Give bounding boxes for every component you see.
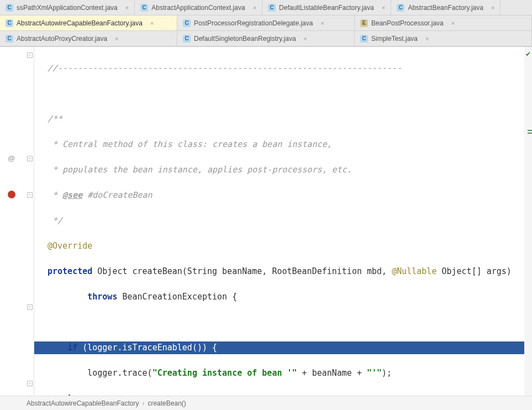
code-text: throws: [87, 292, 117, 302]
editor: − @ − − − − //--------------------------…: [0, 47, 532, 396]
checkmark-icon: ✔: [525, 50, 531, 58]
tab-defaultlistable[interactable]: C DefaultListableBeanFactory.java ×: [262, 0, 391, 15]
code-text: if: [67, 343, 77, 353]
tab-label: BeanPostProcessor.java: [371, 19, 444, 27]
class-icon: C: [6, 19, 13, 27]
close-icon[interactable]: ×: [382, 4, 385, 11]
tab-label: AbstractAutowireCapableBeanFactory.java: [17, 19, 143, 27]
code-text: "'": [367, 368, 382, 378]
class-icon: C: [268, 4, 276, 12]
code-text: @Override: [48, 241, 92, 251]
code-text: Object createBean(String beanName, RootB…: [92, 266, 392, 276]
code-text: );: [382, 368, 392, 378]
fold-icon[interactable]: −: [27, 304, 33, 310]
code-area[interactable]: //--------------------------------------…: [34, 47, 532, 396]
code-text: Object[] args): [436, 266, 511, 276]
tab-row-3: C AbstractAutoProxyCreator.java × C Defa…: [0, 31, 532, 46]
code-text: //--------------------------------------…: [48, 63, 402, 73]
tab-autowirecapable[interactable]: C AbstractAutowireCapableBeanFactory.jav…: [0, 15, 177, 30]
code-text: @see: [62, 190, 82, 200]
class-icon: C: [183, 19, 191, 27]
current-exec-line: if (logger.isTraceEnabled()) {: [34, 341, 532, 354]
class-icon: C: [360, 35, 368, 43]
tab-postprocessor[interactable]: C PostProcessorRegistrationDelegate.java…: [177, 15, 355, 30]
class-icon: C: [6, 35, 13, 43]
code-text: (logger.isTraceEnabled()) {: [77, 343, 217, 353]
breadcrumb-class[interactable]: AbstractAutowireCapableBeanFactory: [27, 400, 139, 407]
editor-tabs: C ssPathXmlApplicationContext.java × C A…: [0, 0, 532, 47]
tab-abstractbeanfactory[interactable]: C AbstractBeanFactory.java ×: [391, 0, 501, 15]
tab-simpletest[interactable]: C SimpleTest.java ×: [355, 31, 532, 46]
tab-abstractappctx[interactable]: C AbstractApplicationContext.java ×: [135, 0, 262, 15]
chevron-right-icon: ›: [142, 400, 144, 407]
code-text: BeanCreationException {: [117, 292, 237, 302]
fold-icon[interactable]: −: [27, 52, 33, 58]
close-icon[interactable]: ×: [451, 20, 455, 27]
close-icon[interactable]: ×: [115, 35, 118, 42]
code-text: protected: [48, 266, 92, 276]
tab-label: DefaultSingletonBeanRegistry.java: [194, 35, 296, 43]
tab-label: ssPathXmlApplicationContext.java: [17, 4, 118, 12]
tab-label: SimpleTest.java: [371, 35, 418, 43]
close-icon[interactable]: ×: [304, 35, 307, 42]
breadcrumb-method[interactable]: createBean(): [148, 400, 186, 407]
code-text: @Nullable: [392, 266, 436, 276]
tab-label: AbstractAutoProxyCreator.java: [17, 35, 107, 43]
tab-sspath[interactable]: C ssPathXmlApplicationContext.java ×: [0, 0, 135, 15]
tab-label: DefaultListableBeanFactory.java: [279, 4, 374, 12]
close-icon[interactable]: ×: [150, 20, 154, 27]
code-text: "Creating instance of bean '": [152, 368, 297, 378]
tab-label: AbstractApplicationContext.java: [151, 4, 245, 12]
error-stripe[interactable]: ✔: [524, 47, 532, 396]
breakpoint-icon[interactable]: [8, 191, 15, 198]
code-text: logger.trace(: [87, 368, 152, 378]
class-icon: C: [6, 4, 13, 12]
close-icon[interactable]: ×: [253, 4, 256, 11]
tab-singleton[interactable]: C DefaultSingletonBeanRegistry.java ×: [177, 31, 355, 46]
fold-icon[interactable]: −: [27, 381, 33, 386]
code-text: *: [48, 190, 62, 200]
fold-icon[interactable]: −: [27, 156, 33, 161]
stripe-mark[interactable]: [528, 133, 532, 134]
tab-label: AbstractBeanFactory.java: [408, 4, 483, 12]
tab-autoproxy[interactable]: C AbstractAutoProxyCreator.java ×: [0, 31, 177, 46]
tab-beanpostprocessor[interactable]: E BeanPostProcessor.java ×: [355, 15, 532, 30]
tab-row-2: C AbstractAutowireCapableBeanFactory.jav…: [0, 15, 532, 31]
breadcrumb[interactable]: AbstractAutowireCapableBeanFactory › cre…: [0, 396, 532, 410]
code-text: */: [48, 215, 62, 225]
stripe-mark[interactable]: [528, 130, 532, 131]
code-text: /**: [48, 114, 62, 124]
close-icon[interactable]: ×: [425, 35, 429, 42]
tab-row-1: C ssPathXmlApplicationContext.java × C A…: [0, 0, 532, 15]
close-icon[interactable]: ×: [125, 4, 129, 11]
close-icon[interactable]: ×: [491, 4, 494, 11]
interface-icon: E: [360, 19, 368, 27]
class-icon: C: [397, 4, 404, 12]
class-icon: C: [140, 4, 148, 12]
class-icon: C: [183, 35, 191, 43]
code-text: + beanName +: [297, 368, 367, 378]
close-icon[interactable]: ×: [320, 20, 324, 27]
gutter[interactable]: − @ − − − −: [0, 47, 34, 396]
tab-label: PostProcessorRegistrationDelegate.java: [194, 19, 313, 27]
fold-icon[interactable]: −: [27, 192, 33, 198]
code-text: * populates the bean instance, applies p…: [48, 165, 352, 175]
code-text: #doCreateBean: [82, 190, 152, 200]
code-text: * Central method of this class: creates …: [48, 139, 332, 149]
